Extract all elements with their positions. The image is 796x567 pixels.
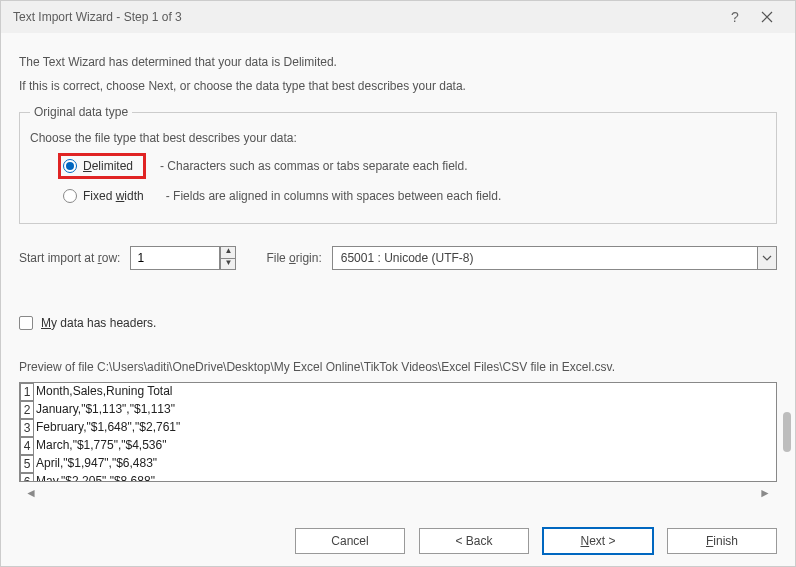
headers-label[interactable]: My data has headers. xyxy=(41,316,156,330)
start-row-spin-down-icon[interactable]: ▼ xyxy=(220,258,236,270)
close-icon[interactable] xyxy=(751,11,783,23)
radio-delimited-label[interactable]: Delimited xyxy=(83,159,133,173)
finish-button[interactable]: Finish xyxy=(667,528,777,554)
radio-fixed-width-desc: - Fields are aligned in columns with spa… xyxy=(166,189,502,203)
start-row-spin-up-icon[interactable]: ▲ xyxy=(220,246,236,258)
headers-checkbox[interactable] xyxy=(19,316,33,330)
delimited-highlight: Delimited xyxy=(58,153,146,179)
scroll-right-icon[interactable]: ► xyxy=(759,486,771,500)
radio-delimited[interactable] xyxy=(63,159,77,173)
cancel-button[interactable]: Cancel xyxy=(295,528,405,554)
original-data-type-group: Original data type Choose the file type … xyxy=(19,105,777,224)
chevron-down-icon[interactable] xyxy=(757,246,777,270)
preview-line: 3February,"$1,648","$2,761" xyxy=(20,419,776,437)
scroll-left-icon[interactable]: ◄ xyxy=(25,486,37,500)
start-row-input[interactable] xyxy=(130,246,220,270)
preview-label: Preview of file C:\Users\aditi\OneDrive\… xyxy=(19,360,777,374)
radio-fixed-width[interactable] xyxy=(63,189,77,203)
dialog-buttons: Cancel < Back Next > Finish xyxy=(295,528,777,554)
radio-row-delimited: Delimited - Characters such as commas or… xyxy=(58,153,766,179)
radio-delimited-desc: - Characters such as commas or tabs sepa… xyxy=(160,159,467,173)
import-row: Start import at row: ▲ ▼ File origin: 65… xyxy=(19,246,777,270)
next-button[interactable]: Next > xyxy=(543,528,653,554)
headers-row: My data has headers. xyxy=(19,316,777,330)
original-data-type-legend: Original data type xyxy=(30,105,132,119)
window-title: Text Import Wizard - Step 1 of 3 xyxy=(13,10,719,24)
horizontal-scrollbar[interactable]: ◄ ► xyxy=(19,482,777,500)
intro-line-1: The Text Wizard has determined that your… xyxy=(19,55,777,69)
file-origin-combo[interactable]: 65001 : Unicode (UTF-8) xyxy=(332,246,777,270)
file-origin-label: File origin: xyxy=(266,251,321,265)
preview-line: 6May,"$2,205","$8,688" xyxy=(20,473,776,482)
intro-line-2: If this is correct, choose Next, or choo… xyxy=(19,79,777,93)
start-row-label: Start import at row: xyxy=(19,251,120,265)
back-button[interactable]: < Back xyxy=(419,528,529,554)
preview-box: 1Month,Sales,Runing Total 2January,"$1,1… xyxy=(19,382,777,482)
preview-line: 5April,"$1,947","$6,483" xyxy=(20,455,776,473)
file-origin-value: 65001 : Unicode (UTF-8) xyxy=(332,246,757,270)
original-data-type-prompt: Choose the file type that best describes… xyxy=(30,131,766,145)
preview-line: 2January,"$1,113","$1,113" xyxy=(20,401,776,419)
help-icon[interactable]: ? xyxy=(719,9,751,25)
radio-row-fixed: Fixed width - Fields are aligned in colu… xyxy=(58,183,766,209)
title-bar: Text Import Wizard - Step 1 of 3 ? xyxy=(1,1,795,33)
vertical-scroll-thumb[interactable] xyxy=(783,412,791,452)
preview-line: 1Month,Sales,Runing Total xyxy=(20,383,776,401)
radio-fixed-width-label[interactable]: Fixed width xyxy=(83,189,144,203)
preview-line: 4March,"$1,775","$4,536" xyxy=(20,437,776,455)
